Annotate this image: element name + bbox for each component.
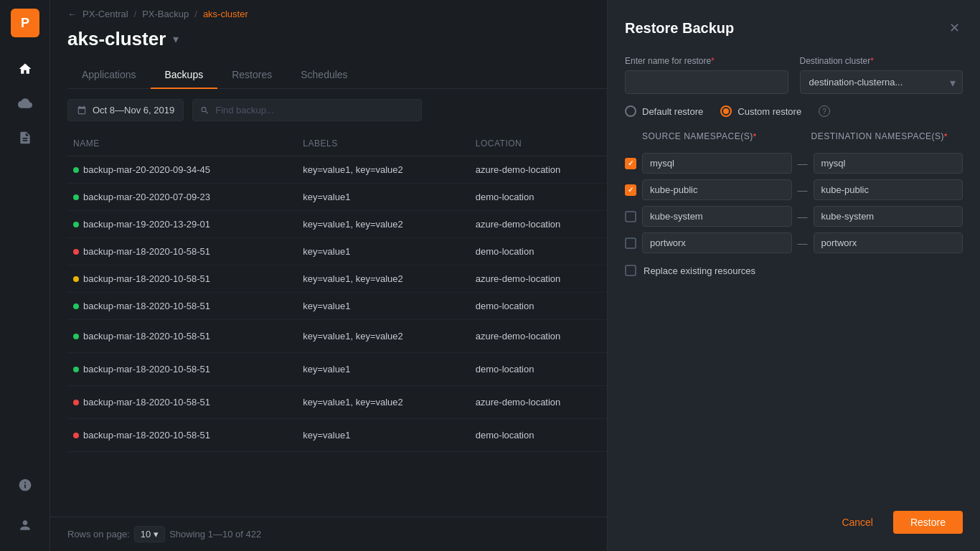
- radio-custom-label: Custom restore: [738, 106, 801, 117]
- row-name: backup-mar-20-2020-09-34-45: [67, 156, 297, 184]
- namespace-row: —: [625, 153, 963, 174]
- tab-restores[interactable]: Restores: [217, 62, 286, 89]
- ns-arrow-icon: —: [798, 158, 808, 169]
- ns-source-input-kube-system[interactable]: [642, 206, 792, 227]
- rows-label: Rows on page:: [67, 529, 130, 540]
- search-input[interactable]: [215, 105, 414, 116]
- ns-source-input-mysql[interactable]: [642, 153, 792, 174]
- sidebar-icon-info[interactable]: [12, 472, 38, 498]
- name-required: *: [711, 56, 715, 66]
- radio-custom-dot: [723, 108, 729, 114]
- row-labels: key=value1, key=value2: [297, 156, 470, 184]
- row-name: backup-mar-18-2020-10-58-51: [67, 265, 297, 293]
- sidebar-icon-cloud[interactable]: [12, 90, 38, 116]
- date-range-label: Oct 8—Nov 6, 2019: [93, 105, 174, 116]
- back-button[interactable]: ←: [67, 9, 77, 19]
- namespace-row: —: [625, 232, 963, 253]
- ns-dest-input-kube-system[interactable]: [814, 206, 963, 227]
- form-group-dest-cluster: Destination cluster* destination-cluster…: [800, 56, 963, 94]
- row-labels: key=value1, key=value2: [297, 386, 470, 419]
- radio-default-restore[interactable]: Default restore: [625, 105, 703, 117]
- panel-title: Restore Backup: [625, 20, 734, 37]
- form-group-name: Enter name for restore*: [625, 56, 788, 94]
- backup-name: backup-mar-18-2020-10-58-51: [83, 246, 210, 257]
- row-name: backup-mar-18-2020-10-58-51: [67, 353, 297, 386]
- dest-cluster-label: Destination cluster*: [800, 56, 963, 66]
- date-filter[interactable]: Oct 8—Nov 6, 2019: [67, 99, 184, 121]
- ns-checkbox-kube-system[interactable]: [625, 211, 636, 222]
- status-dot: [73, 367, 79, 372]
- help-icon[interactable]: ?: [819, 105, 830, 117]
- tab-schedules[interactable]: Schedules: [286, 62, 362, 89]
- status-dot: [73, 249, 79, 255]
- breadcrumb-sep-2: /: [194, 9, 197, 19]
- row-location: demo-location: [470, 353, 619, 386]
- row-location: azure-demo-location: [470, 156, 619, 184]
- rows-dropdown[interactable]: 10 ▾: [134, 526, 165, 542]
- radio-custom-circle: [720, 105, 732, 117]
- restore-type-row: Default restore Custom restore ?: [625, 105, 963, 117]
- breadcrumb-sep-1: /: [134, 9, 137, 19]
- panel-header: Restore Backup ✕: [625, 17, 963, 39]
- ns-source-input-kube-public[interactable]: [642, 179, 792, 200]
- rows-value: 10: [141, 529, 151, 540]
- status-dot: [73, 194, 79, 200]
- ns-source-input-portworx[interactable]: [642, 232, 792, 253]
- rows-per-page: Rows on page: 10 ▾ Showing 1—10 of 422: [67, 526, 261, 542]
- row-labels: key=value1, key=value2: [297, 320, 470, 353]
- row-location: azure-demo-location: [470, 211, 619, 238]
- ns-dest-input-kube-public[interactable]: [814, 179, 963, 200]
- breadcrumb-px-backup[interactable]: PX-Backup: [142, 9, 189, 19]
- row-labels: key=value1: [297, 293, 470, 320]
- search-box: [192, 99, 422, 121]
- row-name: backup-mar-18-2020-10-58-51: [67, 419, 297, 452]
- ns-checkbox-kube-public[interactable]: [625, 184, 636, 196]
- row-location: demo-location: [470, 238, 619, 265]
- ns-dest-input-mysql[interactable]: [814, 153, 963, 174]
- sidebar-icon-user[interactable]: [12, 512, 38, 538]
- close-button[interactable]: ✕: [946, 17, 963, 39]
- row-location: azure-demo-location: [470, 386, 619, 419]
- row-labels: key=value1: [297, 353, 470, 386]
- backup-name: backup-mar-18-2020-10-58-51: [83, 273, 210, 284]
- row-name: backup-mar-18-2020-10-58-51: [67, 386, 297, 419]
- col-location: LOCATION: [470, 131, 619, 156]
- title-dropdown-icon[interactable]: ▾: [173, 32, 179, 46]
- status-dot: [73, 222, 79, 227]
- ns-arrow-icon: —: [798, 211, 808, 222]
- breadcrumb-current: aks-cluster: [203, 9, 248, 19]
- tab-applications[interactable]: Applications: [67, 62, 151, 89]
- namespace-section: Source namespace(s)* Destination namespa…: [625, 131, 963, 259]
- replace-checkbox[interactable]: [625, 265, 636, 276]
- replace-label: Replace existing resources: [644, 265, 755, 276]
- row-labels: key=value1, key=value2: [297, 265, 470, 293]
- backup-name: backup-mar-18-2020-10-58-51: [83, 331, 210, 342]
- radio-custom-restore[interactable]: Custom restore: [720, 105, 801, 117]
- tab-backups[interactable]: Backups: [151, 62, 218, 89]
- sidebar-icon-document[interactable]: [12, 125, 38, 151]
- sidebar-icon-home[interactable]: [12, 56, 38, 82]
- breadcrumb-px-central[interactable]: PX-Central: [83, 9, 128, 19]
- row-labels: key=value1, key=value2: [297, 211, 470, 238]
- row-location: azure-demo-location: [470, 265, 619, 293]
- cancel-button[interactable]: Cancel: [830, 511, 885, 534]
- ns-checkbox-mysql[interactable]: [625, 158, 636, 169]
- row-name: backup-mar-18-2020-10-58-51: [67, 293, 297, 320]
- status-dot: [73, 400, 79, 405]
- row-location: demo-location: [470, 419, 619, 452]
- row-name: backup-mar-20-2020-07-09-23: [67, 184, 297, 211]
- showing-label: Showing 1—10 of 422: [169, 529, 261, 540]
- ns-dest-input-portworx[interactable]: [814, 232, 963, 253]
- svg-text:P: P: [20, 16, 29, 30]
- restore-panel: Restore Backup ✕ Enter name for restore*…: [607, 0, 980, 551]
- status-dot: [73, 433, 79, 438]
- logo[interactable]: P: [11, 9, 39, 40]
- ns-checkbox-portworx[interactable]: [625, 237, 636, 249]
- dest-cluster-select[interactable]: destination-clusterna...: [800, 70, 963, 94]
- backup-name: backup-mar-18-2020-10-58-51: [83, 301, 210, 311]
- row-labels: key=value1: [297, 419, 470, 452]
- cluster-required: *: [870, 56, 874, 66]
- form-row-name-cluster: Enter name for restore* Destination clus…: [625, 56, 963, 94]
- restore-name-input[interactable]: [625, 70, 788, 94]
- restore-button[interactable]: Restore: [893, 511, 963, 534]
